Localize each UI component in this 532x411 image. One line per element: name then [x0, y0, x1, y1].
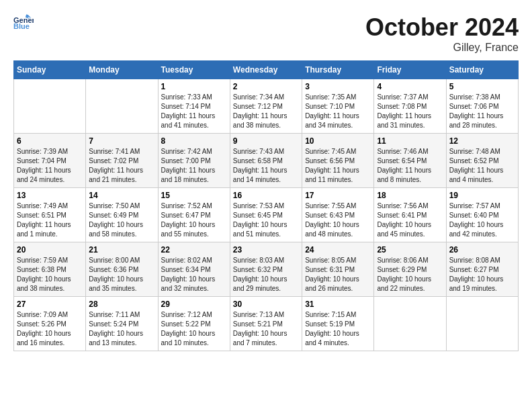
calendar-cell: 2Sunrise: 7:34 AM Sunset: 7:12 PM Daylig…: [230, 79, 302, 134]
calendar-cell: 6Sunrise: 7:39 AM Sunset: 7:04 PM Daylig…: [14, 134, 86, 188]
day-number: 29: [161, 300, 227, 309]
weekday-header: Saturday: [446, 61, 518, 79]
calendar-cell: [374, 297, 446, 351]
day-number: 5: [449, 82, 515, 91]
calendar-cell: 26Sunrise: 8:08 AM Sunset: 6:27 PM Dayli…: [446, 242, 518, 297]
day-info: Sunrise: 7:15 AM Sunset: 5:19 PM Dayligh…: [305, 310, 371, 348]
calendar-cell: 21Sunrise: 8:00 AM Sunset: 6:36 PM Dayli…: [86, 242, 158, 297]
day-info: Sunrise: 7:13 AM Sunset: 5:21 PM Dayligh…: [233, 310, 299, 348]
day-info: Sunrise: 7:42 AM Sunset: 7:00 PM Dayligh…: [161, 147, 227, 185]
day-info: Sunrise: 7:48 AM Sunset: 6:52 PM Dayligh…: [449, 147, 515, 185]
logo: General Blue: [13, 13, 34, 30]
calendar-cell: 19Sunrise: 7:57 AM Sunset: 6:40 PM Dayli…: [446, 188, 518, 242]
day-info: Sunrise: 7:46 AM Sunset: 6:54 PM Dayligh…: [377, 147, 443, 185]
calendar-cell: 3Sunrise: 7:35 AM Sunset: 7:10 PM Daylig…: [302, 79, 374, 134]
calendar-cell: 23Sunrise: 8:03 AM Sunset: 6:32 PM Dayli…: [230, 242, 302, 297]
day-number: 15: [161, 191, 227, 200]
day-number: 10: [305, 136, 371, 146]
day-info: Sunrise: 7:33 AM Sunset: 7:14 PM Dayligh…: [161, 93, 227, 130]
calendar-table: SundayMondayTuesdayWednesdayThursdayFrid…: [13, 60, 519, 351]
weekday-header: Wednesday: [230, 61, 302, 79]
calendar-cell: 13Sunrise: 7:49 AM Sunset: 6:51 PM Dayli…: [14, 188, 86, 242]
day-info: Sunrise: 7:59 AM Sunset: 6:38 PM Dayligh…: [17, 256, 83, 293]
day-number: 14: [89, 191, 154, 200]
day-number: 19: [449, 191, 515, 200]
day-number: 25: [377, 245, 443, 255]
day-number: 24: [305, 245, 371, 255]
day-number: 26: [449, 245, 515, 255]
calendar-cell: 9Sunrise: 7:43 AM Sunset: 6:58 PM Daylig…: [230, 134, 302, 188]
day-number: 2: [233, 82, 299, 91]
day-info: Sunrise: 7:52 AM Sunset: 6:47 PM Dayligh…: [161, 201, 227, 239]
calendar-cell: 24Sunrise: 8:05 AM Sunset: 6:31 PM Dayli…: [302, 242, 374, 297]
weekday-header: Sunday: [14, 61, 86, 79]
day-info: Sunrise: 7:49 AM Sunset: 6:51 PM Dayligh…: [17, 201, 83, 239]
calendar-cell: 12Sunrise: 7:48 AM Sunset: 6:52 PM Dayli…: [446, 134, 518, 188]
calendar-cell: 29Sunrise: 7:12 AM Sunset: 5:22 PM Dayli…: [158, 297, 230, 351]
day-info: Sunrise: 7:55 AM Sunset: 6:43 PM Dayligh…: [305, 201, 371, 239]
day-info: Sunrise: 7:50 AM Sunset: 6:49 PM Dayligh…: [89, 201, 154, 239]
day-info: Sunrise: 8:03 AM Sunset: 6:32 PM Dayligh…: [233, 256, 299, 293]
day-info: Sunrise: 8:08 AM Sunset: 6:27 PM Dayligh…: [449, 256, 515, 293]
day-number: 23: [233, 245, 299, 255]
calendar-cell: 15Sunrise: 7:52 AM Sunset: 6:47 PM Dayli…: [158, 188, 230, 242]
weekday-header: Thursday: [302, 61, 374, 79]
month-title: October 2024: [365, 13, 519, 42]
day-number: 4: [377, 82, 443, 91]
day-info: Sunrise: 8:00 AM Sunset: 6:36 PM Dayligh…: [89, 256, 154, 293]
title-section: October 2024 Gilley, France: [365, 13, 519, 54]
calendar-cell: 27Sunrise: 7:09 AM Sunset: 5:26 PM Dayli…: [14, 297, 86, 351]
weekday-header: Tuesday: [158, 61, 230, 79]
calendar-cell: [14, 79, 86, 134]
day-info: Sunrise: 7:43 AM Sunset: 6:58 PM Dayligh…: [233, 147, 299, 185]
day-info: Sunrise: 7:45 AM Sunset: 6:56 PM Dayligh…: [305, 147, 371, 185]
day-info: Sunrise: 7:09 AM Sunset: 5:26 PM Dayligh…: [17, 310, 83, 348]
day-number: 9: [233, 136, 299, 146]
calendar-cell: 22Sunrise: 8:02 AM Sunset: 6:34 PM Dayli…: [158, 242, 230, 297]
day-number: 16: [233, 191, 299, 200]
weekday-header: Friday: [374, 61, 446, 79]
day-number: 18: [377, 191, 443, 200]
day-number: 17: [305, 191, 371, 200]
calendar-cell: 16Sunrise: 7:53 AM Sunset: 6:45 PM Dayli…: [230, 188, 302, 242]
location-subtitle: Gilley, France: [365, 42, 519, 54]
calendar-cell: 7Sunrise: 7:41 AM Sunset: 7:02 PM Daylig…: [86, 134, 158, 188]
day-info: Sunrise: 7:38 AM Sunset: 7:06 PM Dayligh…: [449, 93, 515, 130]
calendar-cell: 8Sunrise: 7:42 AM Sunset: 7:00 PM Daylig…: [158, 134, 230, 188]
calendar-cell: 18Sunrise: 7:56 AM Sunset: 6:41 PM Dayli…: [374, 188, 446, 242]
day-number: 12: [449, 136, 515, 146]
calendar-cell: 14Sunrise: 7:50 AM Sunset: 6:49 PM Dayli…: [86, 188, 158, 242]
day-info: Sunrise: 7:53 AM Sunset: 6:45 PM Dayligh…: [233, 201, 299, 239]
calendar-cell: 25Sunrise: 8:06 AM Sunset: 6:29 PM Dayli…: [374, 242, 446, 297]
calendar-cell: 17Sunrise: 7:55 AM Sunset: 6:43 PM Dayli…: [302, 188, 374, 242]
calendar-cell: 10Sunrise: 7:45 AM Sunset: 6:56 PM Dayli…: [302, 134, 374, 188]
calendar-cell: [446, 297, 518, 351]
day-info: Sunrise: 8:06 AM Sunset: 6:29 PM Dayligh…: [377, 256, 443, 293]
weekday-header: Monday: [86, 61, 158, 79]
day-info: Sunrise: 7:41 AM Sunset: 7:02 PM Dayligh…: [89, 147, 154, 185]
day-info: Sunrise: 7:34 AM Sunset: 7:12 PM Dayligh…: [233, 93, 299, 130]
day-info: Sunrise: 8:05 AM Sunset: 6:31 PM Dayligh…: [305, 256, 371, 293]
day-number: 27: [17, 300, 83, 309]
day-number: 3: [305, 82, 371, 91]
day-number: 20: [17, 245, 83, 255]
calendar-cell: 11Sunrise: 7:46 AM Sunset: 6:54 PM Dayli…: [374, 134, 446, 188]
day-info: Sunrise: 7:37 AM Sunset: 7:08 PM Dayligh…: [377, 93, 443, 130]
day-info: Sunrise: 7:35 AM Sunset: 7:10 PM Dayligh…: [305, 93, 371, 130]
day-info: Sunrise: 7:12 AM Sunset: 5:22 PM Dayligh…: [161, 310, 227, 348]
day-number: 1: [161, 82, 227, 91]
calendar-cell: 20Sunrise: 7:59 AM Sunset: 6:38 PM Dayli…: [14, 242, 86, 297]
day-number: 6: [17, 136, 83, 146]
day-info: Sunrise: 7:56 AM Sunset: 6:41 PM Dayligh…: [377, 201, 443, 239]
calendar-cell: 4Sunrise: 7:37 AM Sunset: 7:08 PM Daylig…: [374, 79, 446, 134]
page-header: General Blue October 2024 Gilley, France: [13, 13, 519, 54]
day-info: Sunrise: 7:11 AM Sunset: 5:24 PM Dayligh…: [89, 310, 154, 348]
logo-image: General Blue: [13, 13, 34, 30]
day-number: 8: [161, 136, 227, 146]
day-number: 13: [17, 191, 83, 200]
day-info: Sunrise: 7:57 AM Sunset: 6:40 PM Dayligh…: [449, 201, 515, 239]
day-number: 22: [161, 245, 227, 255]
svg-text:Blue: Blue: [13, 22, 30, 30]
day-number: 28: [89, 300, 154, 309]
day-number: 7: [89, 136, 154, 146]
